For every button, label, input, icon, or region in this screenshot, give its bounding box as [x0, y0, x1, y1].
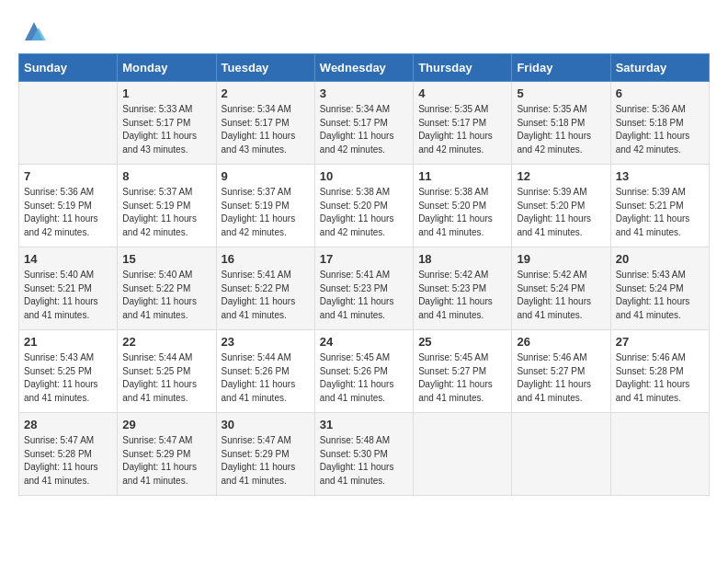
calendar-cell: 18Sunrise: 5:42 AM Sunset: 5:23 PM Dayli…	[414, 247, 512, 330]
calendar-week-5: 28Sunrise: 5:47 AM Sunset: 5:28 PM Dayli…	[19, 413, 710, 496]
day-info: Sunrise: 5:38 AM Sunset: 5:20 PM Dayligh…	[418, 186, 506, 239]
calendar-cell: 1Sunrise: 5:33 AM Sunset: 5:17 PM Daylig…	[118, 82, 216, 165]
calendar-cell: 10Sunrise: 5:38 AM Sunset: 5:20 PM Dayli…	[314, 165, 413, 247]
day-number: 14	[24, 252, 112, 266]
day-info: Sunrise: 5:34 AM Sunset: 5:17 PM Dayligh…	[222, 103, 310, 156]
calendar-cell: 23Sunrise: 5:44 AM Sunset: 5:26 PM Dayli…	[216, 330, 314, 413]
day-info: Sunrise: 5:40 AM Sunset: 5:22 PM Dayligh…	[122, 269, 210, 322]
day-number: 22	[122, 335, 210, 349]
calendar-cell: 24Sunrise: 5:45 AM Sunset: 5:26 PM Dayli…	[314, 330, 413, 413]
day-info: Sunrise: 5:47 AM Sunset: 5:29 PM Dayligh…	[122, 434, 210, 488]
calendar-cell: 4Sunrise: 5:35 AM Sunset: 5:17 PM Daylig…	[414, 82, 512, 165]
day-number: 12	[517, 169, 605, 183]
day-number: 31	[320, 418, 408, 431]
day-number: 2	[222, 86, 310, 100]
day-number: 30	[222, 418, 310, 431]
day-number: 23	[222, 335, 310, 349]
day-info: Sunrise: 5:38 AM Sunset: 5:20 PM Dayligh…	[320, 186, 408, 239]
day-number: 19	[517, 252, 605, 266]
logo-icon	[20, 18, 48, 44]
day-info: Sunrise: 5:42 AM Sunset: 5:24 PM Dayligh…	[517, 269, 605, 322]
calendar-cell	[19, 82, 118, 165]
day-number: 25	[418, 335, 506, 349]
day-number: 29	[122, 418, 210, 431]
calendar-cell: 30Sunrise: 5:47 AM Sunset: 5:29 PM Dayli…	[216, 413, 314, 496]
day-number: 8	[122, 169, 210, 183]
day-number: 1	[122, 86, 210, 100]
calendar-week-2: 7Sunrise: 5:36 AM Sunset: 5:19 PM Daylig…	[19, 165, 710, 247]
day-number: 4	[418, 86, 506, 100]
day-number: 9	[222, 169, 310, 183]
calendar-cell: 29Sunrise: 5:47 AM Sunset: 5:29 PM Dayli…	[118, 413, 216, 496]
day-number: 11	[418, 169, 506, 183]
weekday-header-tuesday: Tuesday	[216, 54, 314, 82]
weekday-header-friday: Friday	[512, 54, 610, 82]
calendar-week-3: 14Sunrise: 5:40 AM Sunset: 5:21 PM Dayli…	[19, 247, 710, 330]
calendar-cell	[512, 413, 610, 496]
calendar-cell: 20Sunrise: 5:43 AM Sunset: 5:24 PM Dayli…	[610, 247, 709, 330]
calendar-cell: 25Sunrise: 5:45 AM Sunset: 5:27 PM Dayli…	[414, 330, 512, 413]
day-info: Sunrise: 5:45 AM Sunset: 5:26 PM Dayligh…	[320, 351, 408, 405]
calendar-cell	[610, 413, 709, 496]
day-number: 7	[24, 169, 112, 183]
day-info: Sunrise: 5:40 AM Sunset: 5:21 PM Dayligh…	[24, 269, 112, 322]
calendar-cell: 14Sunrise: 5:40 AM Sunset: 5:21 PM Dayli…	[19, 247, 118, 330]
day-info: Sunrise: 5:34 AM Sunset: 5:17 PM Dayligh…	[320, 103, 408, 156]
weekday-header-sunday: Sunday	[19, 54, 118, 82]
day-number: 5	[517, 86, 605, 100]
day-number: 6	[616, 86, 704, 100]
calendar-cell: 28Sunrise: 5:47 AM Sunset: 5:28 PM Dayli…	[19, 413, 118, 496]
day-number: 24	[320, 335, 408, 349]
calendar-week-1: 1Sunrise: 5:33 AM Sunset: 5:17 PM Daylig…	[19, 82, 710, 165]
calendar-cell: 9Sunrise: 5:37 AM Sunset: 5:19 PM Daylig…	[216, 165, 314, 247]
calendar-cell: 16Sunrise: 5:41 AM Sunset: 5:22 PM Dayli…	[216, 247, 314, 330]
day-info: Sunrise: 5:44 AM Sunset: 5:26 PM Dayligh…	[222, 351, 310, 405]
calendar-header: SundayMondayTuesdayWednesdayThursdayFrid…	[19, 54, 710, 82]
calendar-week-4: 21Sunrise: 5:43 AM Sunset: 5:25 PM Dayli…	[19, 330, 710, 413]
day-number: 21	[24, 335, 112, 349]
day-info: Sunrise: 5:46 AM Sunset: 5:27 PM Dayligh…	[517, 351, 605, 405]
day-info: Sunrise: 5:46 AM Sunset: 5:28 PM Dayligh…	[616, 351, 704, 405]
calendar-cell: 11Sunrise: 5:38 AM Sunset: 5:20 PM Dayli…	[414, 165, 512, 247]
day-number: 26	[517, 335, 605, 349]
weekday-header-saturday: Saturday	[610, 54, 709, 82]
calendar-cell: 6Sunrise: 5:36 AM Sunset: 5:18 PM Daylig…	[610, 82, 709, 165]
day-info: Sunrise: 5:33 AM Sunset: 5:17 PM Dayligh…	[122, 103, 210, 156]
day-number: 18	[418, 252, 506, 266]
day-info: Sunrise: 5:45 AM Sunset: 5:27 PM Dayligh…	[418, 351, 506, 405]
day-info: Sunrise: 5:39 AM Sunset: 5:21 PM Dayligh…	[616, 186, 704, 239]
day-info: Sunrise: 5:39 AM Sunset: 5:20 PM Dayligh…	[517, 186, 605, 239]
day-info: Sunrise: 5:37 AM Sunset: 5:19 PM Dayligh…	[122, 186, 210, 239]
day-info: Sunrise: 5:36 AM Sunset: 5:18 PM Dayligh…	[616, 103, 704, 156]
day-number: 10	[320, 169, 408, 183]
day-number: 28	[24, 418, 112, 431]
day-info: Sunrise: 5:36 AM Sunset: 5:19 PM Dayligh…	[24, 186, 112, 239]
calendar-cell: 15Sunrise: 5:40 AM Sunset: 5:22 PM Dayli…	[118, 247, 216, 330]
weekday-header-monday: Monday	[118, 54, 216, 82]
weekday-header-row: SundayMondayTuesdayWednesdayThursdayFrid…	[19, 54, 710, 82]
calendar-cell: 12Sunrise: 5:39 AM Sunset: 5:20 PM Dayli…	[512, 165, 610, 247]
calendar-cell: 13Sunrise: 5:39 AM Sunset: 5:21 PM Dayli…	[610, 165, 709, 247]
page-header	[18, 18, 710, 44]
calendar-cell: 22Sunrise: 5:44 AM Sunset: 5:25 PM Dayli…	[118, 330, 216, 413]
calendar-cell	[414, 413, 512, 496]
day-number: 17	[320, 252, 408, 266]
day-info: Sunrise: 5:41 AM Sunset: 5:23 PM Dayligh…	[320, 269, 408, 322]
day-number: 27	[616, 335, 704, 349]
calendar-cell: 19Sunrise: 5:42 AM Sunset: 5:24 PM Dayli…	[512, 247, 610, 330]
calendar-cell: 17Sunrise: 5:41 AM Sunset: 5:23 PM Dayli…	[314, 247, 413, 330]
calendar-cell: 3Sunrise: 5:34 AM Sunset: 5:17 PM Daylig…	[314, 82, 413, 165]
calendar-cell: 27Sunrise: 5:46 AM Sunset: 5:28 PM Dayli…	[610, 330, 709, 413]
calendar-cell: 21Sunrise: 5:43 AM Sunset: 5:25 PM Dayli…	[19, 330, 118, 413]
logo	[18, 18, 48, 44]
weekday-header-thursday: Thursday	[414, 54, 512, 82]
calendar-body: 1Sunrise: 5:33 AM Sunset: 5:17 PM Daylig…	[19, 82, 710, 496]
calendar-cell: 7Sunrise: 5:36 AM Sunset: 5:19 PM Daylig…	[19, 165, 118, 247]
day-info: Sunrise: 5:37 AM Sunset: 5:19 PM Dayligh…	[222, 186, 310, 239]
day-number: 13	[616, 169, 704, 183]
day-number: 3	[320, 86, 408, 100]
weekday-header-wednesday: Wednesday	[314, 54, 413, 82]
day-info: Sunrise: 5:41 AM Sunset: 5:22 PM Dayligh…	[222, 269, 310, 322]
day-info: Sunrise: 5:44 AM Sunset: 5:25 PM Dayligh…	[122, 351, 210, 405]
calendar-cell: 8Sunrise: 5:37 AM Sunset: 5:19 PM Daylig…	[118, 165, 216, 247]
